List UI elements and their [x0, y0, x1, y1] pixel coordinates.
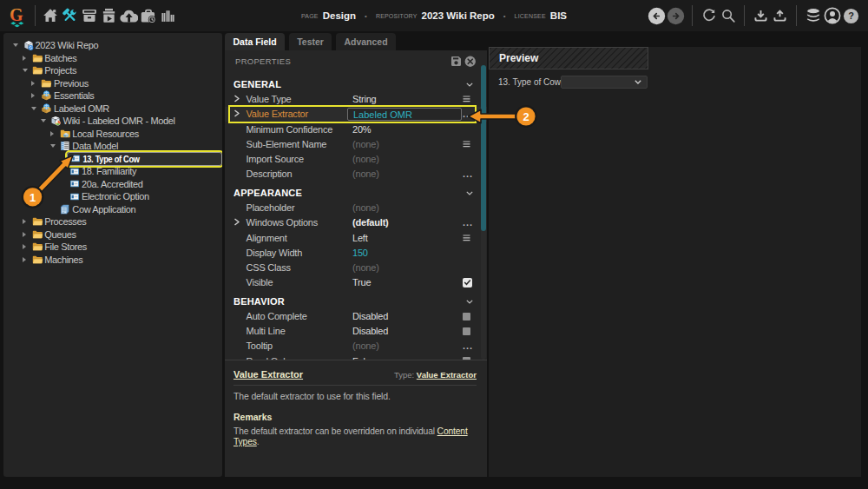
- refresh-icon[interactable]: [700, 0, 719, 31]
- imports-icon[interactable]: [119, 0, 139, 31]
- property-row-minimum-confidence[interactable]: Minimum Confidence20%: [225, 122, 487, 136]
- menu-icon[interactable]: [463, 235, 478, 241]
- menu-icon[interactable]: [463, 96, 478, 102]
- collapse-icon[interactable]: [31, 107, 41, 110]
- tree-item-local-resources[interactable]: Local Resources: [3, 128, 222, 141]
- expand-icon[interactable]: [23, 219, 32, 224]
- tree-item-processes[interactable]: Processes: [3, 215, 222, 228]
- tree-item-cow-application[interactable]: Cow Application: [3, 203, 222, 216]
- property-row-import-source[interactable]: Import Source(none): [225, 151, 487, 166]
- tree-item-essentials[interactable]: Essentials: [3, 89, 222, 102]
- tab-tester[interactable]: Tester: [289, 33, 332, 50]
- property-row-read-only[interactable]: Read OnlyFalse: [225, 354, 487, 360]
- tree-item-18-familiarity[interactable]: 18. Familiarity: [3, 165, 222, 178]
- tree-item-2023-wiki-repo[interactable]: 2023 Wiki Repo: [3, 39, 222, 52]
- checkbox-checked[interactable]: [463, 278, 478, 287]
- tree-item-batches[interactable]: Batches: [3, 52, 222, 65]
- collapse-icon[interactable]: [50, 144, 60, 148]
- property-row-visible[interactable]: VisibleTrue: [225, 275, 487, 290]
- jobs-icon[interactable]: [139, 0, 159, 31]
- tree-item-projects[interactable]: Projects: [3, 64, 222, 77]
- property-row-value-extractor[interactable]: Value ExtractorLabeled OMR...: [225, 107, 487, 122]
- property-row-tooltip[interactable]: Tooltip(none)...: [225, 339, 487, 354]
- expand-icon[interactable]: [23, 56, 32, 61]
- expand-icon[interactable]: [23, 257, 32, 262]
- ellipsis-button[interactable]: ...: [463, 217, 478, 228]
- ellipsis-button[interactable]: ...: [463, 169, 478, 179]
- tree-item-labeled-omr[interactable]: Labeled OMR: [3, 102, 222, 116]
- property-row-alignment[interactable]: AlignmentLeft: [225, 230, 487, 245]
- property-row-display-width[interactable]: Display Width150: [225, 245, 487, 260]
- property-row-css-class[interactable]: CSS Class(none): [225, 260, 487, 274]
- property-label: Alignment: [247, 233, 353, 243]
- download-icon[interactable]: [752, 0, 771, 31]
- batches-icon[interactable]: [80, 0, 100, 31]
- account-icon[interactable]: [823, 0, 842, 31]
- checkbox-unchecked[interactable]: [463, 313, 478, 320]
- collapse-icon[interactable]: [41, 119, 50, 122]
- expand-icon[interactable]: [233, 95, 247, 104]
- expand-icon[interactable]: [31, 81, 41, 86]
- collapse-icon[interactable]: [23, 69, 32, 72]
- remarks-title: Remarks: [233, 412, 477, 422]
- save-icon[interactable]: [450, 56, 462, 68]
- property-row-value-type[interactable]: Value TypeString: [225, 92, 487, 107]
- chevron-down-icon[interactable]: [463, 297, 478, 306]
- property-row-windows-options[interactable]: Windows Options(default)...: [225, 215, 487, 230]
- tree-item-machines[interactable]: Machines: [3, 254, 222, 267]
- property-label: Windows Options: [247, 217, 353, 228]
- upload-icon[interactable]: [771, 0, 790, 31]
- collapse-icon[interactable]: [13, 43, 23, 47]
- property-row-description[interactable]: Description(none)...: [225, 167, 487, 182]
- expand-icon[interactable]: [23, 244, 32, 249]
- type-link[interactable]: Value Extractor: [417, 370, 477, 380]
- forward-icon[interactable]: [667, 0, 686, 31]
- tree-item-electronic-option[interactable]: Electronic Option: [3, 190, 222, 203]
- design-icon[interactable]: [61, 0, 81, 31]
- close-icon[interactable]: [464, 56, 477, 68]
- tree-item-queues[interactable]: Queues: [3, 228, 222, 241]
- expand-icon[interactable]: [50, 131, 60, 136]
- grooper-logo[interactable]: G: [0, 3, 35, 30]
- ellipsis-button[interactable]: ...: [463, 109, 478, 119]
- expand-icon[interactable]: [233, 218, 247, 228]
- expand-icon[interactable]: [233, 109, 247, 119]
- section-header-behavior[interactable]: BEHAVIOR: [225, 294, 487, 308]
- tab-data-field[interactable]: Data Field: [225, 33, 285, 50]
- back-icon[interactable]: [648, 0, 667, 31]
- stats-icon[interactable]: [158, 0, 178, 31]
- menu-icon[interactable]: [463, 141, 478, 148]
- tab-advanced[interactable]: Advanced: [336, 33, 396, 50]
- tree-item-wiki-labeled-omr-model[interactable]: Wiki - Labeled OMR - Model: [3, 115, 222, 128]
- tree-item-label: File Stores: [44, 241, 87, 252]
- chevron-down-icon[interactable]: [463, 188, 478, 197]
- property-row-auto-complete[interactable]: Auto CompleteDisabled: [225, 309, 487, 324]
- property-row-sub-element-name[interactable]: Sub-Element Name(none): [225, 136, 487, 151]
- section-header-general[interactable]: GENERAL: [225, 77, 487, 92]
- value-extractor-input[interactable]: Labeled OMR: [347, 108, 462, 122]
- checkbox-unchecked[interactable]: [463, 327, 478, 335]
- datamodel-icon: [60, 141, 71, 151]
- home-icon[interactable]: [41, 0, 61, 31]
- tree-item-label: Machines: [44, 254, 83, 265]
- search-icon[interactable]: [719, 0, 738, 31]
- section-header-appearance[interactable]: APPEARANCE: [225, 185, 487, 200]
- tree-item-previous[interactable]: Previous: [3, 77, 222, 90]
- scrollbar-thumb[interactable]: [481, 65, 486, 231]
- chevron-down-icon[interactable]: [463, 80, 478, 89]
- tree-item-label: Processes: [44, 216, 87, 227]
- tree-item-13-type-of-cow[interactable]: 13. Type of Cow: [3, 153, 222, 166]
- property-row-placeholder[interactable]: Placeholder(none): [225, 201, 487, 215]
- preview-field-dropdown[interactable]: [561, 76, 648, 89]
- ellipsis-button[interactable]: ...: [463, 340, 478, 351]
- expand-icon[interactable]: [23, 232, 32, 237]
- database-icon[interactable]: [804, 0, 823, 31]
- tree-item-data-model[interactable]: Data Model: [3, 140, 222, 153]
- help-icon[interactable]: ?: [842, 0, 861, 31]
- batch-process-icon[interactable]: [100, 0, 120, 31]
- property-row-multi-line[interactable]: Multi LineDisabled: [225, 324, 487, 339]
- folder-icon: [32, 65, 43, 76]
- tree-item-20a-accredited[interactable]: 20a. Accredited: [3, 178, 222, 191]
- expand-icon[interactable]: [31, 93, 41, 98]
- tree-item-file-stores[interactable]: File Stores: [3, 241, 222, 254]
